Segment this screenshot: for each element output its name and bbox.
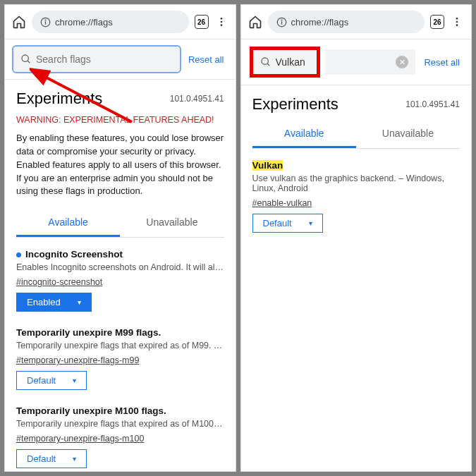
modified-dot-icon <box>16 252 21 257</box>
tab-available[interactable]: Available <box>16 209 120 237</box>
flag-anchor[interactable]: #temporary-unexpire-flags-m100 <box>16 434 144 444</box>
flag-dropdown-value: Default <box>27 375 56 386</box>
flag-anchor[interactable]: #temporary-unexpire-flags-m99 <box>16 355 139 365</box>
description-text: By enabling these features, you could lo… <box>16 132 224 198</box>
tab-available[interactable]: Available <box>252 121 356 148</box>
flag-dropdown[interactable]: Enabled ▾ <box>16 293 92 312</box>
svg-point-4 <box>220 21 222 23</box>
omnibox-url: chrome://flags <box>291 17 349 28</box>
omnibox[interactable]: chrome://flags <box>32 11 189 33</box>
menu-icon[interactable] <box>214 15 228 29</box>
tab-switcher[interactable]: 26 <box>195 15 209 29</box>
search-tail: ✕ <box>326 49 416 75</box>
flag-anchor[interactable]: #incognito-screenshot <box>16 277 102 287</box>
search-flags-input[interactable] <box>36 54 173 65</box>
flag-item: Temporarily unexpire M99 flags. Temporar… <box>16 327 224 390</box>
version-text: 101.0.4951.41 <box>170 94 224 104</box>
flag-title: Incognito Screenshot <box>25 249 123 260</box>
search-flags-input-wrap[interactable] <box>253 50 317 74</box>
flag-tabs: Available Unavailable <box>16 209 224 238</box>
browser-top-bar: chrome://flags 26 <box>241 5 472 39</box>
svg-line-7 <box>28 61 30 63</box>
omnibox[interactable]: chrome://flags <box>268 11 425 33</box>
chevron-down-icon: ▾ <box>78 298 81 306</box>
svg-point-5 <box>220 24 222 26</box>
search-icon <box>260 56 271 68</box>
version-text: 101.0.4951.41 <box>405 99 460 109</box>
info-icon <box>276 17 287 28</box>
chevron-down-icon: ▾ <box>309 219 312 227</box>
flag-dropdown[interactable]: Default ▾ <box>16 449 87 468</box>
tab-switcher[interactable]: 26 <box>430 15 444 29</box>
flag-item: Temporarily unexpire M100 flags. Tempora… <box>16 405 224 468</box>
flag-desc: Temporarily unexpire flags that expired … <box>16 341 224 350</box>
flag-item: Incognito Screenshot Enables Incognito s… <box>16 249 224 312</box>
flag-dropdown[interactable]: Default ▾ <box>16 371 87 390</box>
flag-dropdown-value: Default <box>27 453 56 464</box>
svg-point-6 <box>22 55 28 61</box>
chevron-down-icon: ▾ <box>73 377 76 384</box>
tab-unavailable[interactable]: Unavailable <box>356 121 460 148</box>
flag-desc: Enables Incognito screenshots on Android… <box>16 262 224 272</box>
page-title: Experiments <box>16 90 102 108</box>
svg-point-2 <box>45 20 46 20</box>
content-area: Experiments 101.0.4951.41 Available Unav… <box>241 85 472 471</box>
flag-title-highlight: Vulkan <box>252 160 283 171</box>
flag-dropdown-value: Default <box>263 218 292 228</box>
flag-title: Temporarily unexpire M99 flags. <box>16 327 224 338</box>
clear-search-icon[interactable]: ✕ <box>396 56 408 68</box>
home-icon[interactable] <box>248 15 262 29</box>
browser-top-bar: chrome://flags 26 <box>5 5 236 39</box>
flag-dropdown[interactable]: Default ▾ <box>252 214 323 233</box>
page-title: Experiments <box>252 95 338 114</box>
search-icon <box>20 54 32 65</box>
svg-point-3 <box>220 18 222 20</box>
search-row: ✕ Reset all <box>241 39 472 85</box>
left-pane: chrome://flags 26 Reset all Experiments … <box>4 4 236 472</box>
search-flags-input-wrap[interactable] <box>13 47 180 72</box>
menu-icon[interactable] <box>450 15 464 29</box>
right-pane: chrome://flags 26 ✕ Reset all Experiment… <box>240 4 472 472</box>
svg-point-14 <box>456 24 458 26</box>
flag-dropdown-value: Enabled <box>27 297 61 307</box>
content-area: Experiments 101.0.4951.41 WARNING: EXPER… <box>5 80 236 471</box>
search-row: Reset all <box>5 39 236 80</box>
omnibox-url: chrome://flags <box>55 17 113 28</box>
svg-point-11 <box>281 20 282 20</box>
annotation-highlight-box <box>250 47 320 78</box>
info-icon <box>40 17 51 28</box>
search-flags-input[interactable] <box>276 56 310 68</box>
svg-line-16 <box>267 63 269 66</box>
flag-item: Vulkan Use vulkan as the graphics backen… <box>252 160 460 233</box>
chevron-down-icon: ▾ <box>73 455 76 463</box>
flag-title: Temporarily unexpire M100 flags. <box>16 405 224 416</box>
svg-point-12 <box>456 18 458 20</box>
tab-unavailable[interactable]: Unavailable <box>120 209 224 237</box>
reset-all-button[interactable]: Reset all <box>185 51 227 68</box>
flag-anchor[interactable]: #enable-vulkan <box>252 198 312 208</box>
warning-text: WARNING: EXPERIMENTAL FEATURES AHEAD! <box>16 115 224 125</box>
flag-tabs: Available Unavailable <box>252 121 460 149</box>
svg-point-13 <box>456 21 458 23</box>
flag-desc: Use vulkan as the graphics backend. – Wi… <box>252 173 460 193</box>
reset-all-button[interactable]: Reset all <box>421 54 463 71</box>
svg-point-15 <box>262 58 268 64</box>
home-icon[interactable] <box>12 15 26 29</box>
flag-desc: Temporarily unexpire flags that expired … <box>16 419 224 429</box>
